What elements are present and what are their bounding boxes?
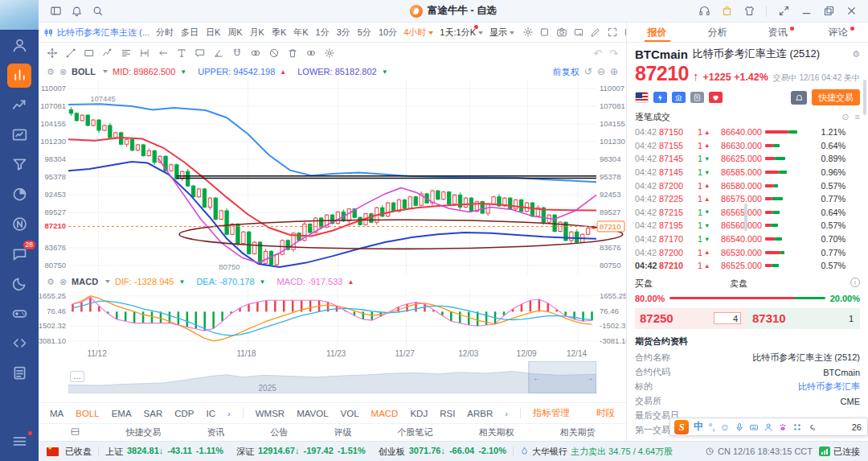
tab-0[interactable]: 报价 [645,23,670,42]
snap-window-icon[interactable] [773,2,794,20]
capital-flow-alert[interactable]: 大华银行 主力卖出 34.75 / 4.64万股 [520,446,673,458]
function-tab-5[interactable]: 相关期权 [479,426,514,438]
tab-2[interactable]: 资讯 [765,23,791,42]
hide-drawings-icon[interactable] [268,47,280,59]
indicator-mavol[interactable]: MAVOL [297,409,328,418]
sogou-logo-icon[interactable]: S [674,420,689,434]
tab-3[interactable]: 评论 [825,23,851,42]
compare-tool-icon[interactable] [250,47,261,59]
adjust-mode-button[interactable]: 前复权 [553,66,579,78]
indicator-manage-button[interactable]: 指标管理 [533,407,570,419]
indicator-rsi[interactable]: RSI [440,409,455,418]
sidebar-item-markets[interactable] [0,60,39,90]
avatar[interactable] [0,0,39,31]
panel-toggle-icon[interactable] [70,426,80,438]
sidebar-item-sessions-pie[interactable] [0,179,39,209]
indicator-name[interactable]: BOLL [72,67,96,76]
favorite-heart-icon[interactable] [709,92,723,103]
macd-settings-gear-icon[interactable]: ⚙ [47,277,55,287]
menu-icon[interactable] [0,426,39,456]
draw-settings-gear-icon[interactable] [324,47,335,59]
indicator-vol[interactable]: VOL [341,409,359,418]
alerts-bell-icon[interactable] [791,91,807,105]
tick-row[interactable]: 04:42872101▲86525.0000.57% [627,259,868,273]
delete-drawings-icon[interactable] [287,47,298,59]
move-tool-icon[interactable] [47,47,58,59]
boll-settings-gear-icon[interactable]: ⚙ [47,67,55,77]
sidebar-item-screener[interactable] [0,150,39,179]
fullscreen-icon[interactable] [607,27,618,38]
sidebar-item-night-mode[interactable] [0,269,39,298]
scrollbar[interactable] [863,80,866,115]
sidebar-item-games[interactable] [0,298,39,328]
draw-pencil-icon[interactable] [590,27,601,38]
zoom-out-icon[interactable]: ⊖ [597,66,605,77]
indicator-arbr[interactable]: ARBR [467,409,493,418]
notifications-bell-icon[interactable] [66,2,87,20]
angle-tool-icon[interactable] [213,47,224,59]
indicator-name[interactable]: MACD [72,277,98,286]
display-menu[interactable]: 显示 [489,27,514,39]
timeframe-0[interactable]: 分时 [156,27,174,39]
indicator-kdj[interactable]: KDJ [410,409,428,418]
sidebar-item-openapi[interactable] [0,328,39,358]
magnet-tool-icon[interactable] [231,47,243,59]
trendline-tool-icon[interactable] [65,47,76,59]
tick-row[interactable]: 04:42871951▼86560.0000.57% [627,219,868,233]
tick-row[interactable]: 04:42871451▼86625.0000.89% [627,152,868,166]
symbol-tab[interactable]: 比特币参考汇率主连 (... [43,27,149,39]
keyboard-icon[interactable] [749,422,759,432]
indicator-ic[interactable]: IC [207,409,216,418]
rectangle-tool-icon[interactable] [84,47,95,59]
indicator-macd[interactable]: MACD [371,409,399,418]
indicator-boll[interactable]: BOLL [76,409,99,418]
link-charts-icon[interactable] [305,47,317,59]
broker-bank-icon[interactable] [672,92,686,103]
close-icon[interactable] [841,2,862,20]
tick-row[interactable]: 04:42871501▲86640.0001.21% [627,126,868,139]
timeframe-1[interactable]: 多日 [181,27,199,39]
notes-icon[interactable] [690,92,704,103]
sidebar-item-quotes[interactable] [0,90,39,120]
function-tab-6[interactable]: 相关期货 [560,426,596,438]
chart-navigator[interactable]: ←→ … 2025 [68,361,596,393]
bid-price-cell[interactable]: 87250 4 [635,308,746,329]
fibonacci-tool-icon[interactable] [121,47,132,59]
redo-icon[interactable]: ↷ [609,47,618,60]
quote-settings-gear-icon[interactable]: ⚙ [852,49,860,60]
minimize-icon[interactable] [796,2,817,20]
sidebar-item-futu-logo[interactable] [0,209,39,239]
more-main-indicators-icon[interactable]: › [227,409,231,418]
tick-row[interactable]: 04:42872001▲86580.0000.57% [627,179,868,192]
timeframe-3[interactable]: 周K [227,27,242,39]
undo-icon[interactable]: ↶ [593,47,602,60]
timeframe-9[interactable]: 5分 [358,27,371,39]
macd-chart[interactable]: 1655.251655.2576.4676.46-1502.32-1502.32… [39,289,626,348]
timeframe-4[interactable]: 月K [250,27,264,39]
function-tab-2[interactable]: 公告 [271,426,289,438]
sidebar-item-trade[interactable] [0,120,39,150]
function-tab-4[interactable]: 个股笔记 [398,426,433,438]
arrow-tool-icon[interactable] [158,47,169,59]
tick-row[interactable]: 04:42872151▼86565.0000.64% [627,206,868,220]
reset-zoom-icon[interactable]: ↺ [584,66,592,77]
mic-icon[interactable] [735,422,744,432]
chart-type-icon[interactable] [539,27,551,38]
timeframe-10[interactable]: 10分 [379,27,397,39]
tick-row[interactable]: 04:42872001▲86530.0000.77% [627,245,868,259]
settings-gear-icon[interactable] [522,27,534,38]
function-tab-3[interactable]: 评级 [334,426,352,438]
index-0[interactable]: 上证3824.81↓-43.11-1.11% [105,446,223,458]
tick-list-mode-icon[interactable]: ≡ [855,112,860,122]
emoji-icon[interactable]: ☺ [720,422,730,433]
timeframe-selected[interactable]: 4小时 [403,27,433,39]
session-button[interactable]: 时段 [596,407,615,419]
timeframe-6[interactable]: 年K [293,27,308,39]
more-sub-indicators-icon[interactable]: › [505,409,508,418]
tick-row[interactable]: 04:42872251▲86575.0000.77% [627,192,868,206]
wave-tool-icon[interactable] [102,47,113,59]
account-icon[interactable] [764,422,773,432]
indicator-sar[interactable]: SAR [144,409,163,418]
index-2[interactable]: 创业板3071.76↓-66.04-2.10% [379,446,506,458]
info-icon[interactable]: i [850,278,860,287]
